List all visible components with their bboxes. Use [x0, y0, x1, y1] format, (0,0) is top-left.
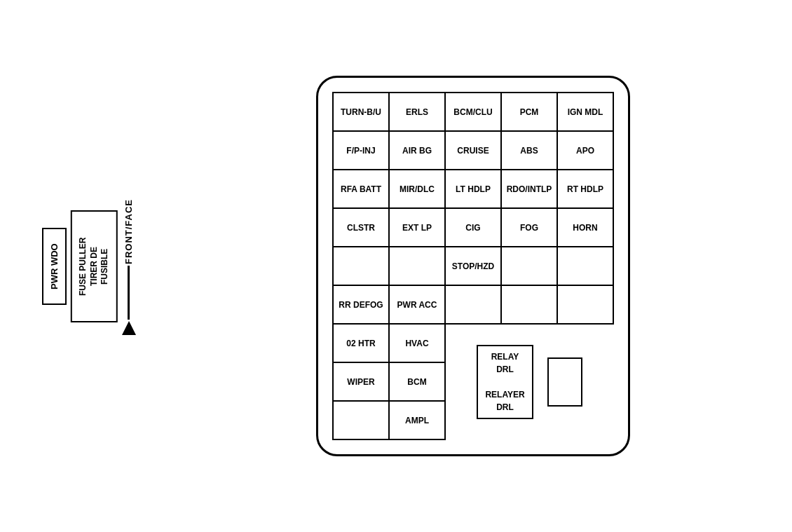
pwr-wdo-label: PWR WDO [42, 228, 67, 305]
fuse-cell-empty [557, 247, 613, 285]
fuse-cell: IGN MDL [557, 93, 613, 131]
fuse-cell-empty [333, 247, 389, 285]
fuse-cell: 02 HTR [333, 324, 389, 362]
fuse-grid: TURN-B/U ERLS BCM/CLU PCM IGN MDL F/P-IN… [332, 92, 614, 440]
fuse-cell: CLSTR [333, 208, 389, 247]
table-row: RR DEFOG PWR ACC [333, 285, 613, 324]
fuse-cell: CIG [445, 208, 501, 247]
fuse-cell: RR DEFOG [333, 285, 389, 324]
fuse-cell: HORN [557, 208, 613, 247]
relay-area: RELAYDRLRELAYERDRL [445, 324, 613, 439]
main-fuse-box: TURN-B/U ERLS BCM/CLU PCM IGN MDL F/P-IN… [316, 76, 630, 456]
fuse-cell: BCM/CLU [445, 93, 501, 131]
fuse-cell-empty [333, 401, 389, 439]
fuse-cell: ABS [501, 131, 557, 170]
outer-container: PWR WDO FUSE PULLERTIRER DEFUSIBLE FRONT… [28, 14, 764, 519]
fuse-cell: PWR ACC [389, 285, 445, 324]
table-row: F/P-INJ AIR BG CRUISE ABS APO [333, 131, 613, 170]
fuse-cell: RT HDLP [557, 170, 613, 208]
fuse-cell-empty [501, 247, 557, 285]
table-row: RFA BATT MIR/DLC LT HDLP RDO/INTLP RT HD… [333, 170, 613, 208]
fuse-cell: F/P-INJ [333, 131, 389, 170]
fuse-cell-empty [389, 247, 445, 285]
fuse-cell: PCM [501, 93, 557, 131]
table-row: 02 HTR HVAC RELAYDRLRELAYERDRL [333, 324, 613, 362]
arrow-front-container: FRONT/FACE [122, 196, 136, 336]
fuse-cell-empty [557, 285, 613, 324]
fuse-cell: FOG [501, 208, 557, 247]
table-row: CLSTR EXT LP CIG FOG HORN [333, 208, 613, 247]
arrow-up-icon [122, 321, 136, 335]
front-face-label: FRONT/FACE [123, 199, 134, 264]
fuse-cell: ERLS [389, 93, 445, 131]
fuse-cell-empty [445, 285, 501, 324]
table-row: TURN-B/U ERLS BCM/CLU PCM IGN MDL [333, 93, 613, 131]
relay-drl-box: RELAYDRLRELAYERDRL [477, 345, 533, 419]
fuse-cell-empty [501, 285, 557, 324]
fuse-cell: BCM [389, 362, 445, 401]
fuse-cell: RDO/INTLP [501, 170, 557, 208]
fuse-cell: WIPER [333, 362, 389, 401]
fuse-cell: STOP/HZD [445, 247, 501, 285]
left-labels: PWR WDO FUSE PULLERTIRER DEFUSIBLE FRONT… [42, 196, 136, 336]
fuse-cell: CRUISE [445, 131, 501, 170]
fuse-cell: MIR/DLC [389, 170, 445, 208]
fuse-cell: AIR BG [389, 131, 445, 170]
fuse-cell: EXT LP [389, 208, 445, 247]
fuse-cell: AMPL [389, 401, 445, 439]
fuse-cell: APO [557, 131, 613, 170]
small-relay-box [547, 357, 582, 407]
table-row: STOP/HZD [333, 247, 613, 285]
fuse-cell: LT HDLP [445, 170, 501, 208]
arrow-line [128, 266, 130, 320]
fuse-cell: TURN-B/U [333, 93, 389, 131]
fuse-puller-label: FUSE PULLERTIRER DEFUSIBLE [71, 210, 118, 322]
fuse-cell: HVAC [389, 324, 445, 362]
fuse-cell: RFA BATT [333, 170, 389, 208]
